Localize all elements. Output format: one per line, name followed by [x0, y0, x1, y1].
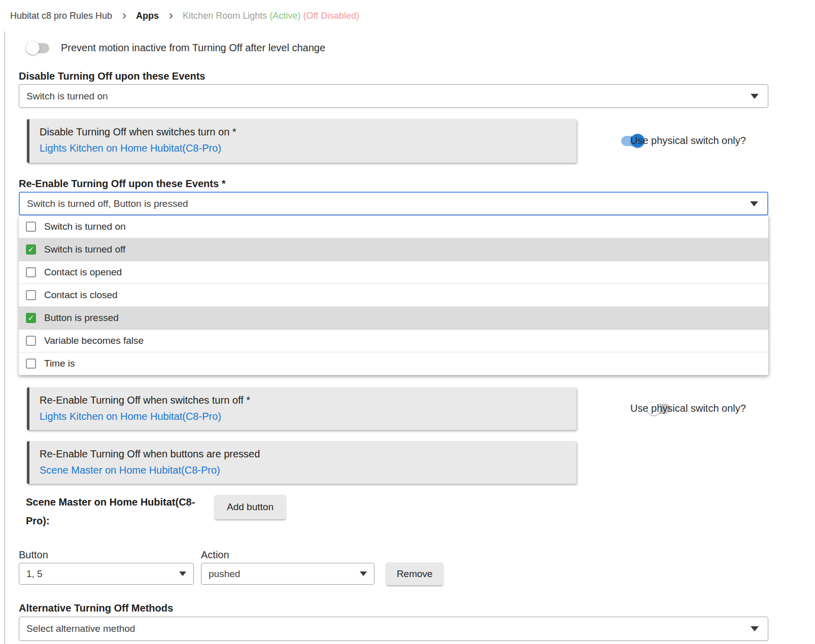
event-option-row[interactable]: Time is	[19, 352, 768, 375]
disable-events-select[interactable]: Switch is turned on	[19, 84, 768, 108]
checkbox-unchecked-icon[interactable]	[26, 290, 36, 300]
event-option-label: Variable becomes false	[44, 335, 144, 346]
reenable-events-selected-value: Switch is turned off, Button is pressed	[27, 198, 188, 209]
reenable-buttons-device-box: Re-Enable Turning Off when buttons are p…	[27, 441, 576, 484]
disable-switches-title: Disable Turning Off when switches turn o…	[40, 126, 566, 138]
button-action-value: pushed	[209, 568, 240, 580]
reenable-switches-title: Re-Enable Turning Off when switches turn…	[40, 395, 566, 406]
dropdown-arrow-icon	[179, 571, 186, 576]
dropdown-arrow-icon	[750, 201, 758, 206]
disable-switches-device-box: Disable Turning Off when switches turn o…	[27, 119, 576, 163]
dropdown-arrow-icon	[360, 571, 367, 576]
remove-button[interactable]: Remove	[386, 562, 443, 585]
breadcrumb-apps-link[interactable]: Apps	[136, 11, 159, 21]
alternative-method-selected-value: Select alternative method	[26, 623, 135, 634]
app-status-off-disabled: (Off Disabled)	[303, 11, 359, 21]
alternative-methods-heading: Alternative Turning Off Methods	[19, 602, 173, 614]
disable-switches-device-link[interactable]: Lights Kitchen on Home Hubitat(C8-Pro)	[40, 142, 566, 154]
event-option-label: Switch is turned off	[44, 244, 125, 255]
chevron-right-icon	[167, 12, 175, 20]
disable-physical-switch-label: Use physical switch only?	[630, 135, 746, 147]
alternative-method-select[interactable]: Select alternative method	[19, 617, 768, 641]
event-option-row[interactable]: Switch is turned on	[19, 216, 768, 238]
app-name: Kitchen Room Lights	[183, 11, 267, 21]
event-option-label: Contact is closed	[44, 290, 118, 301]
dropdown-arrow-icon	[751, 626, 759, 631]
event-option-row[interactable]: ✓Button is pressed	[19, 307, 768, 330]
event-option-label: Time is	[44, 358, 75, 369]
dropdown-arrow-icon	[751, 94, 759, 99]
event-option-label: Switch is turned on	[44, 221, 126, 232]
breadcrumb-current-app: Kitchen Room Lights (Active) (Off Disabl…	[183, 11, 359, 21]
event-option-row[interactable]: Variable becomes false	[19, 330, 768, 352]
reenable-switches-device-link[interactable]: Lights Kitchen on Home Hubitat(C8-Pro)	[40, 411, 566, 422]
checkbox-unchecked-icon[interactable]	[26, 336, 36, 346]
content-left-border	[4, 31, 5, 644]
breadcrumb-hub-link[interactable]: Hubitat c8 pro Rules Hub	[10, 11, 112, 21]
event-option-label: Button is pressed	[44, 312, 119, 324]
event-option-row[interactable]: Contact is opened	[19, 261, 768, 284]
button-action-select[interactable]: pushed	[201, 563, 375, 585]
event-option-label: Contact is opened	[44, 267, 122, 278]
toggle-knob	[26, 41, 40, 55]
reenable-events-heading: Re-Enable Turning Off upon these Events …	[19, 178, 225, 190]
checkbox-checked-icon[interactable]: ✓	[26, 244, 36, 255]
prevent-motion-toggle-label: Prevent motion inactive from Turning Off…	[61, 42, 325, 54]
reenable-events-select[interactable]: Switch is turned off, Button is pressed	[19, 192, 768, 216]
reenable-switches-device-box: Re-Enable Turning Off when switches turn…	[27, 387, 576, 430]
reenable-buttons-title: Re-Enable Turning Off when buttons are p…	[40, 448, 566, 460]
scene-master-device-label: Scene Master on Home Hubitat(C8-Pro):	[26, 493, 203, 530]
chevron-right-icon	[120, 12, 128, 20]
disable-events-selected-value: Switch is turned on	[26, 91, 108, 102]
event-options-list: Switch is turned on✓Switch is turned off…	[19, 216, 768, 375]
app-status-active: (Active)	[269, 11, 300, 21]
checkbox-unchecked-icon[interactable]	[26, 267, 36, 277]
checkbox-unchecked-icon[interactable]	[26, 359, 36, 369]
event-option-row[interactable]: Contact is closed	[19, 284, 768, 307]
button-number-select[interactable]: 1, 5	[19, 563, 194, 585]
breadcrumb: Hubitat c8 pro Rules Hub Apps Kitchen Ro…	[0, 0, 815, 31]
event-option-row[interactable]: ✓Switch is turned off	[19, 238, 768, 261]
checkbox-checked-icon[interactable]: ✓	[26, 313, 36, 323]
checkbox-unchecked-icon[interactable]	[26, 222, 36, 232]
action-column-label: Action	[201, 549, 229, 561]
disable-events-heading: Disable Turning Off upon these Events	[19, 70, 205, 82]
button-column-label: Button	[19, 549, 48, 561]
reenable-buttons-device-link[interactable]: Scene Master on Home Hubitat(C8-Pro)	[40, 464, 566, 476]
prevent-motion-toggle[interactable]	[26, 41, 50, 55]
add-button-button[interactable]: Add button	[215, 495, 286, 519]
reenable-physical-switch-label: Use physical switch only?	[630, 403, 746, 414]
button-number-value: 1, 5	[26, 568, 43, 580]
